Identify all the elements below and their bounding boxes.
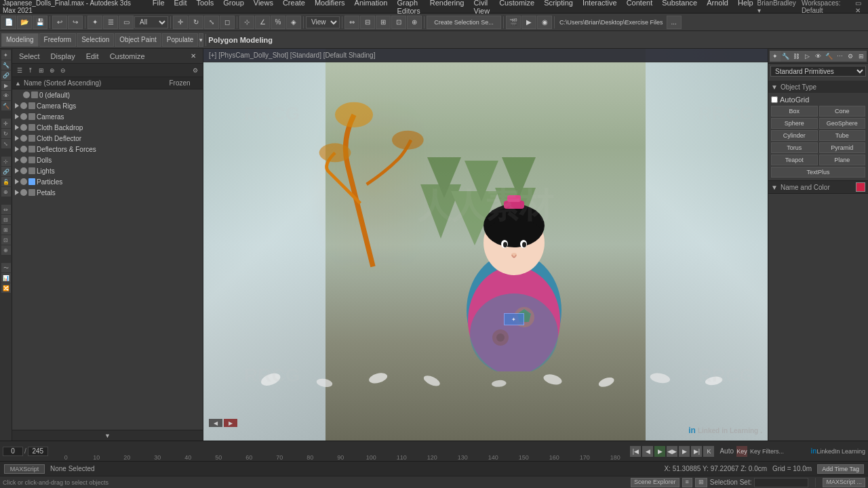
settings-btn[interactable]: ⚙ bbox=[191, 66, 200, 75]
name-color-swatch[interactable] bbox=[856, 182, 865, 192]
create-tab-icon[interactable]: ✦ bbox=[770, 51, 781, 62]
se-icon-btn[interactable]: ≡ bbox=[682, 478, 692, 487]
render-btn[interactable]: ▶ bbox=[521, 16, 536, 29]
nav-arrow-right[interactable]: ▶ bbox=[224, 419, 237, 427]
tab-select[interactable]: Select bbox=[15, 51, 44, 62]
display-icon[interactable]: 👁 bbox=[1, 91, 11, 100]
eye-icon-7[interactable] bbox=[20, 157, 27, 163]
tab-edit[interactable]: Edit bbox=[82, 51, 103, 62]
bind-icon[interactable]: ⊕ bbox=[1, 187, 11, 197]
tab-customize[interactable]: Customize bbox=[106, 51, 149, 62]
select-move-icon[interactable]: ✛ bbox=[1, 119, 11, 128]
snap-icon[interactable]: ⊹ bbox=[1, 157, 11, 166]
tree-item-particles[interactable]: Particles bbox=[12, 176, 203, 187]
prim-cone[interactable]: Cone bbox=[819, 106, 866, 117]
add-time-tag-btn[interactable]: Add Time Tag bbox=[817, 464, 864, 474]
expand-bottom[interactable]: ▼ bbox=[12, 430, 203, 441]
open-button[interactable]: 📂 bbox=[17, 16, 32, 29]
prim-plane[interactable]: Plane bbox=[819, 155, 866, 165]
align-icon[interactable]: ⊟ bbox=[1, 215, 11, 224]
tree-item-cloth-deflector[interactable]: Cloth Deflector bbox=[12, 133, 203, 144]
object-paint-tab[interactable]: Object Paint bbox=[115, 33, 161, 47]
prim-box[interactable]: Box bbox=[771, 106, 818, 117]
se-filter-btn[interactable]: ⊞ bbox=[695, 478, 707, 487]
total-frames[interactable]: 245 bbox=[28, 447, 48, 456]
create-icon[interactable]: ✦ bbox=[1, 50, 11, 60]
prim-teapot[interactable]: Teapot bbox=[771, 155, 818, 165]
tree-item-petals[interactable]: Petals bbox=[12, 187, 203, 198]
prim-pyramid[interactable]: Pyramid bbox=[819, 142, 866, 153]
eye-icon-9[interactable] bbox=[20, 178, 27, 185]
eye-icon-10[interactable] bbox=[20, 189, 27, 196]
active-shade[interactable]: ◉ bbox=[537, 16, 552, 29]
array-icon[interactable]: ⊞ bbox=[1, 225, 11, 235]
percent-snap[interactable]: % bbox=[271, 16, 285, 29]
selection-tab[interactable]: Selection bbox=[77, 33, 114, 47]
scale-button[interactable]: ⤡ bbox=[204, 16, 219, 29]
hierarchy-tab-icon[interactable]: ⛓ bbox=[791, 51, 802, 62]
select-region-button[interactable]: ▭ bbox=[119, 16, 134, 29]
modeling-tab[interactable]: Modeling bbox=[1, 33, 39, 47]
angle-snap[interactable]: ∠ bbox=[255, 16, 270, 29]
layers-tab-icon[interactable]: ⊞ bbox=[856, 51, 867, 62]
tree-item-camera-rigs[interactable]: Camera Rigs bbox=[12, 100, 203, 111]
tree-item-default[interactable]: 0 (default) bbox=[12, 89, 203, 100]
spacing-icon[interactable]: ⊡ bbox=[1, 235, 11, 245]
undo-button[interactable]: ↩ bbox=[52, 16, 67, 29]
prim-tube[interactable]: Tube bbox=[819, 130, 866, 141]
move-button[interactable]: ✛ bbox=[173, 16, 188, 29]
rotate-button[interactable]: ↻ bbox=[189, 16, 203, 29]
motion-tab-icon[interactable]: ▷ bbox=[802, 51, 813, 62]
prim-geosphere[interactable]: GeoSphere bbox=[819, 118, 866, 129]
select-all-dropdown[interactable]: All bbox=[134, 16, 168, 28]
track-icon[interactable]: 📊 bbox=[1, 273, 11, 283]
modify-tab-icon[interactable]: 🔧 bbox=[781, 51, 791, 62]
transform-button[interactable]: ◻ bbox=[220, 16, 235, 29]
maxscript-label-btn[interactable]: MAXScript ... bbox=[823, 478, 865, 487]
utilities-icon[interactable]: 🔨 bbox=[1, 101, 11, 110]
mirror-icon[interactable]: ⇔ bbox=[1, 205, 11, 214]
selection-set-input[interactable] bbox=[754, 478, 808, 487]
save-button[interactable]: 💾 bbox=[33, 16, 47, 29]
tree-item-cloth-backdrop[interactable]: Cloth Backdrop bbox=[12, 122, 203, 133]
wire-icon[interactable]: 🔀 bbox=[1, 283, 11, 293]
populate-tab[interactable]: Populate bbox=[162, 33, 198, 47]
collapse-btn[interactable]: ⊖ bbox=[58, 66, 68, 75]
file-browse[interactable]: ... bbox=[667, 16, 682, 29]
current-frame[interactable]: 0 bbox=[3, 447, 23, 456]
object-type-header[interactable]: ▼ Object Type bbox=[768, 81, 868, 93]
unlink-icon[interactable]: 🔓 bbox=[1, 177, 11, 186]
align3-button[interactable]: ⊡ bbox=[391, 16, 406, 29]
tree-item-cameras[interactable]: Cameras bbox=[12, 111, 203, 122]
spinner-snap[interactable]: ◈ bbox=[286, 16, 301, 29]
populate-options[interactable]: ▾ bbox=[199, 33, 203, 47]
filter-btn[interactable]: ☰ bbox=[15, 66, 24, 75]
set-keys-btn[interactable]: Key bbox=[736, 446, 747, 457]
tab-display[interactable]: Display bbox=[47, 51, 79, 62]
modify-icon[interactable]: 🔧 bbox=[1, 60, 11, 70]
eye-icon-5[interactable] bbox=[20, 135, 27, 142]
eye-icon[interactable] bbox=[23, 92, 30, 98]
freeform-tab[interactable]: Freeform bbox=[39, 33, 77, 47]
link-icon[interactable]: 🔗 bbox=[1, 167, 11, 176]
tree-item-lights[interactable]: Lights bbox=[12, 165, 203, 176]
scene-explorer-label-btn[interactable]: Scene Explorer bbox=[631, 478, 679, 487]
prim-textplus[interactable]: TextPlus bbox=[771, 167, 865, 178]
prev-frame-btn[interactable]: ◀ bbox=[642, 446, 653, 457]
tree-item-dolls[interactable]: Dolls bbox=[12, 155, 203, 165]
eye-icon-3[interactable] bbox=[20, 113, 27, 120]
render-setup[interactable]: 🎬 bbox=[506, 16, 521, 29]
eye-icon-8[interactable] bbox=[20, 167, 27, 174]
goto-end-btn[interactable]: ▶| bbox=[691, 446, 702, 457]
prim-sphere[interactable]: Sphere bbox=[771, 118, 818, 129]
mirror-button[interactable]: ⇔ bbox=[344, 16, 359, 29]
display-tab-icon[interactable]: 👁 bbox=[813, 51, 824, 62]
prim-cylinder[interactable]: Cylinder bbox=[771, 130, 818, 141]
clone-icon[interactable]: ⊕ bbox=[1, 245, 11, 255]
hierarchy-icon[interactable]: 🔗 bbox=[1, 70, 11, 80]
align-button[interactable]: ⊟ bbox=[360, 16, 375, 29]
layer-button[interactable]: ⊕ bbox=[407, 16, 422, 29]
viewport-3d[interactable]: [+] [PhysCam_Dolly_Shot] [Standard] [Def… bbox=[203, 49, 768, 441]
expand-btn[interactable]: ⊕ bbox=[47, 66, 57, 75]
redo-button[interactable]: ↪ bbox=[68, 16, 83, 29]
